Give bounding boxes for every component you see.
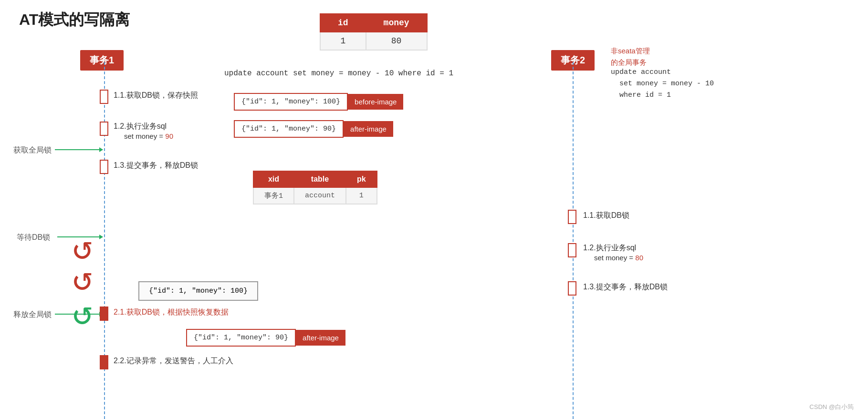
tx2-update-sql: update account set money = money - 10 wh… (611, 67, 714, 101)
get-global-lock-arrow (55, 149, 103, 150)
lock-table-table-header: table (294, 171, 346, 187)
before-image-json: {"id": 1, "money": 100} (234, 93, 348, 111)
tx2-step2-sub: set money = 80 (594, 254, 643, 262)
lock-table-xid-header: xid (253, 171, 294, 187)
tx1-step1-label: 1.1.获取DB锁，保存快照 (114, 91, 198, 101)
tx2-step2-rect (568, 243, 576, 257)
after-image-label-2: after-image (296, 330, 345, 346)
tx2-step2-value: 80 (635, 254, 643, 262)
lock-table-pk-header: pk (346, 171, 377, 187)
json-snapshot-box: {"id": 1, "money": 100} (138, 281, 258, 301)
tx2-step2-label: 1.2.执行业务sql (583, 243, 636, 253)
after-image-json-2: {"id": 1, "money": 90} (186, 329, 296, 347)
wait-db-lock-label: 等待DB锁 (17, 233, 50, 243)
before-image-label: before-image (348, 94, 403, 110)
lock-table: xid table pk 事务1 account 1 (253, 171, 377, 204)
tx2-dashed-line (573, 62, 574, 419)
after-image-box-1: {"id": 1, "money": 90} after-image (234, 120, 393, 138)
tx1-step22-rect (100, 355, 108, 369)
watermark: CSDN @白小筠 (809, 403, 854, 411)
lock-table-table-val: account (294, 187, 346, 204)
after-image-label-1: after-image (344, 121, 393, 137)
tx2-note: 非seata管理的全局事务 (611, 45, 650, 68)
tx1-step21-label: 2.1.获取DB锁，根据快照恢复数据 (114, 307, 229, 317)
db-table-cell-money: 80 (366, 32, 427, 50)
before-image-box: {"id": 1, "money": 100} before-image (234, 93, 403, 111)
tx1-step21-rect (100, 307, 108, 321)
db-table-header-id: id (320, 14, 366, 32)
release-global-lock-label: 释放全局锁 (13, 310, 52, 320)
tx2-step1-label: 1.1.获取DB锁 (583, 211, 629, 221)
tx2-step3-rect (568, 281, 576, 296)
get-global-lock-label: 获取全局锁 (13, 145, 52, 155)
tx1-box: 事务1 (80, 50, 124, 71)
tx1-step2-value: 90 (165, 132, 173, 140)
after-image-json-1: {"id": 1, "money": 90} (234, 120, 344, 138)
db-table: id money 1 80 (320, 13, 428, 51)
update-sql-1: update account set money = money - 10 wh… (224, 69, 453, 78)
tx1-step1-rect (100, 90, 108, 104)
lock-table-pk-val: 1 (346, 187, 377, 204)
tx2-step1-rect (568, 210, 576, 224)
tx1-step2-sub: set money = 90 (124, 132, 173, 140)
tx2-step3-label: 1.3.提交事务，释放DB锁 (583, 282, 668, 292)
tx1-step22-label: 2.2.记录异常，发送警告，人工介入 (114, 356, 233, 366)
db-table-header-money: money (366, 14, 427, 32)
tx1-step3-rect (100, 160, 108, 174)
after-image-box-2: {"id": 1, "money": 90} after-image (186, 329, 345, 347)
tx1-step3-label: 1.3.提交事务，释放DB锁 (114, 161, 198, 171)
db-table-cell-id: 1 (320, 32, 366, 50)
page-title: AT模式的写隔离 (19, 10, 130, 31)
release-global-lock-arrow (55, 314, 103, 315)
lock-table-xid-val: 事务1 (253, 187, 294, 204)
tx1-step2-rect (100, 122, 108, 136)
tx1-step2-label: 1.2.执行业务sql (114, 122, 167, 132)
